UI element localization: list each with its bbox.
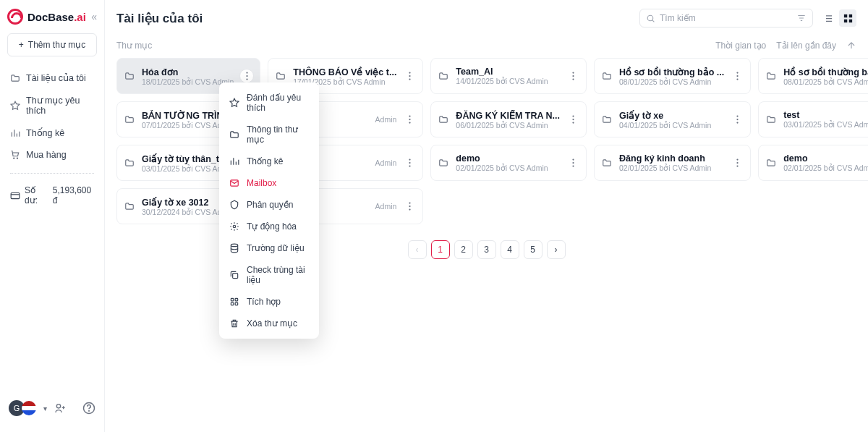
ctx-item[interactable]: Tích hợp bbox=[219, 291, 319, 313]
page-next[interactable]: › bbox=[547, 240, 566, 259]
folder-card[interactable]: test03/01/2025 bởi CVS Admin bbox=[758, 101, 868, 137]
page-number[interactable]: 2 bbox=[454, 240, 473, 259]
brand-logo[interactable]: DocBase.ai « bbox=[0, 9, 104, 33]
folder-icon bbox=[602, 71, 613, 81]
svg-point-66 bbox=[736, 165, 738, 166]
view-toggle bbox=[819, 9, 856, 27]
nav-item-2[interactable]: Thống kê bbox=[0, 122, 104, 144]
folder-meta: 04/01/2025 bởi CVS Admin bbox=[619, 121, 724, 130]
folder-more-button[interactable] bbox=[730, 69, 744, 83]
folder-card[interactable]: Đăng ký kinh doanh02/01/2025 bởi CVS Adm… bbox=[594, 145, 751, 181]
svg-rect-8 bbox=[848, 14, 851, 17]
chevron-down-icon[interactable]: ▾ bbox=[43, 405, 47, 412]
folder-more-button[interactable] bbox=[402, 112, 417, 127]
folder-icon bbox=[438, 158, 450, 168]
list-view-button[interactable] bbox=[819, 9, 836, 27]
ctx-item[interactable]: Xóa thư mục bbox=[219, 313, 319, 334]
nav-item-1[interactable]: Thư mục yêu thích bbox=[0, 89, 104, 122]
folder-more-button[interactable] bbox=[566, 156, 580, 170]
svg-point-43 bbox=[572, 115, 574, 117]
folder-more-button[interactable] bbox=[402, 69, 417, 83]
ctx-item[interactable]: Trường dữ liệu bbox=[219, 237, 319, 259]
folder-more-button[interactable] bbox=[730, 156, 744, 170]
page-number[interactable]: 3 bbox=[477, 240, 496, 259]
search-box[interactable] bbox=[639, 9, 813, 27]
svg-point-63 bbox=[572, 165, 574, 166]
sidebar-collapse[interactable]: « bbox=[91, 11, 97, 22]
folder-more-button[interactable] bbox=[730, 112, 744, 127]
svg-rect-2 bbox=[11, 193, 20, 199]
svg-point-48 bbox=[736, 122, 738, 123]
page-prev[interactable]: ‹ bbox=[408, 240, 427, 259]
ctx-item[interactable]: Mailbox bbox=[219, 172, 319, 194]
ctx-item[interactable]: Tự động hóa bbox=[219, 216, 319, 237]
folder-card[interactable]: Hồ sơ bồi thường bảo ...08/01/2025 bởi C… bbox=[594, 58, 751, 94]
svg-point-30 bbox=[736, 78, 738, 80]
svg-point-41 bbox=[409, 119, 410, 120]
folder-icon bbox=[124, 201, 136, 211]
svg-point-27 bbox=[572, 78, 574, 80]
folder-more-button[interactable] bbox=[566, 69, 580, 83]
svg-point-42 bbox=[409, 122, 410, 123]
svg-rect-7 bbox=[843, 14, 846, 17]
svg-point-64 bbox=[736, 158, 738, 160]
filter-icon[interactable] bbox=[796, 13, 807, 23]
svg-point-25 bbox=[572, 72, 574, 73]
folder-name: Hồ sơ bồi thường bảo ... bbox=[783, 67, 868, 77]
page-number[interactable]: 4 bbox=[501, 240, 519, 259]
search-input[interactable] bbox=[660, 13, 792, 23]
locale-flag[interactable] bbox=[22, 401, 36, 415]
page-number[interactable]: 5 bbox=[524, 240, 542, 259]
folder-more-button[interactable] bbox=[402, 156, 417, 170]
db-icon bbox=[229, 243, 239, 253]
svg-rect-17 bbox=[231, 302, 234, 305]
folder-more-button[interactable] bbox=[402, 199, 417, 213]
sort-time-created[interactable]: Thời gian tạo bbox=[715, 41, 766, 51]
folder-more-button[interactable] bbox=[239, 69, 254, 83]
arrow-up-icon[interactable] bbox=[846, 41, 856, 51]
add-folder-button[interactable]: + Thêm thư mục bbox=[7, 33, 97, 56]
ctx-item[interactable]: Đánh dấu yêu thích bbox=[219, 87, 319, 119]
nav-item-3[interactable]: Mua hàng bbox=[0, 144, 104, 166]
folders-grid: Đánh dấu yêu thíchThông tin thư mụcThống… bbox=[116, 58, 856, 224]
ctx-item[interactable]: Check trùng tài liệu bbox=[219, 259, 319, 291]
page-number[interactable]: 1 bbox=[431, 240, 450, 259]
header-row: Tài liệu của tôi bbox=[116, 9, 856, 27]
folder-icon bbox=[124, 158, 136, 168]
section-label: Thư mục bbox=[116, 41, 152, 51]
folder-card[interactable]: demo02/01/2025 bởi CVS Admin bbox=[430, 145, 587, 181]
folder-icon bbox=[124, 114, 136, 124]
folder-meta: 08/01/2025 bởi CVS Admin bbox=[783, 77, 868, 86]
folder-card[interactable]: demo02/01/2025 bởi CVS Admin bbox=[758, 145, 868, 181]
folder-card[interactable]: Giấy tờ xe04/01/2025 bởi CVS Admin bbox=[594, 101, 751, 137]
svg-point-62 bbox=[572, 162, 574, 164]
plug-icon bbox=[229, 297, 239, 307]
svg-point-40 bbox=[409, 115, 410, 117]
search-icon bbox=[646, 14, 655, 23]
ctx-item[interactable]: Thống kê bbox=[219, 151, 319, 172]
folder-name: Hồ sơ bồi thường bảo ... bbox=[619, 67, 724, 77]
page-title: Tài liệu của tôi bbox=[116, 11, 203, 26]
folder-card[interactable]: Team_AI14/01/2025 bởi CVS Admin bbox=[430, 58, 587, 94]
help-icon[interactable] bbox=[82, 402, 95, 415]
add-user-icon[interactable] bbox=[54, 402, 66, 414]
stats-icon bbox=[229, 156, 239, 166]
folder-more-button[interactable] bbox=[566, 112, 580, 127]
nav-item-0[interactable]: Tài liệu của tôi bbox=[0, 67, 104, 89]
folder-name: test bbox=[783, 110, 868, 120]
svg-point-59 bbox=[409, 162, 410, 164]
svg-point-23 bbox=[409, 75, 410, 77]
sort-recent-upload[interactable]: Tải lên gần đây bbox=[776, 41, 836, 51]
svg-point-60 bbox=[409, 165, 410, 166]
svg-point-46 bbox=[736, 115, 738, 117]
wallet-icon bbox=[10, 190, 20, 200]
sidebar: DocBase.ai « + Thêm thư mục Tài liệu của… bbox=[0, 0, 105, 432]
folder-meta: 08/01/2025 bởi CVS Admin bbox=[619, 77, 724, 86]
folder-card[interactable]: ĐĂNG KÝ KIỂM TRA N...06/01/2025 bởi CVS … bbox=[430, 101, 587, 137]
grid-view-button[interactable] bbox=[839, 9, 856, 27]
ctx-item[interactable]: Phân quyền bbox=[219, 194, 319, 216]
folder-icon bbox=[10, 73, 20, 83]
folder-card[interactable]: Hồ sơ bồi thường bảo ...08/01/2025 bởi C… bbox=[758, 58, 868, 94]
svg-point-6 bbox=[647, 15, 653, 21]
ctx-item[interactable]: Thông tin thư mục bbox=[219, 119, 319, 151]
